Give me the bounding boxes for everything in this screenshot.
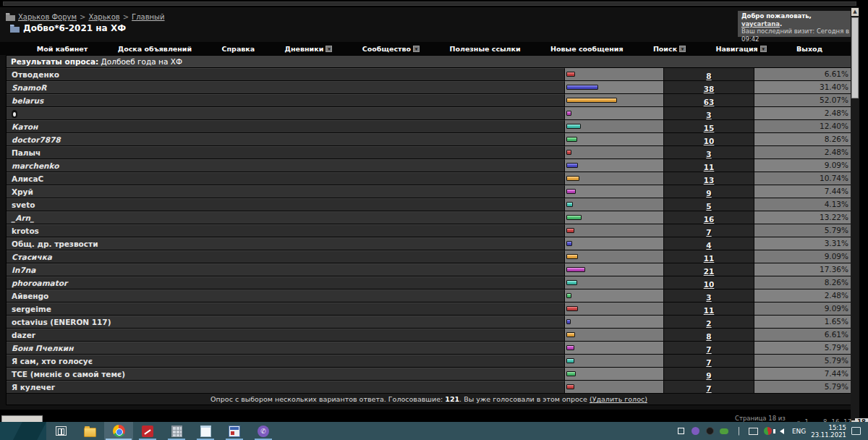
vertical-scrollbar[interactable]: ▲ ▼ [851, 7, 859, 429]
calculator-button[interactable] [162, 422, 191, 440]
poll-percentage: 52.07% [754, 94, 853, 107]
poll-votes-cell: 8 [664, 329, 754, 342]
votes-count-link[interactable]: 13 [704, 176, 715, 185]
poll-votes-cell: 4 [664, 237, 754, 250]
poll-percentage: 5.79% [754, 355, 853, 368]
poll-row: sveto 5 4.13% [7, 198, 851, 211]
volume-icon[interactable] [778, 426, 787, 436]
votes-count-link[interactable]: 3 [706, 293, 711, 302]
task-view-button[interactable] [46, 422, 75, 440]
viber-button[interactable]: ✆ [249, 422, 278, 440]
poll-votes-cell: 21 [664, 263, 754, 276]
start-button[interactable] [0, 422, 46, 440]
votes-count-link[interactable]: 4 [706, 241, 711, 250]
calculator-icon [171, 426, 182, 437]
tray-battery-saver-icon[interactable] [720, 426, 729, 436]
breadcrumb-separator: > [123, 13, 129, 21]
votes-count-link[interactable]: 3 [706, 150, 711, 158]
poll-rows: Отводенко 8 6.61% SnamoR 38 31.40% belar… [7, 68, 851, 394]
votes-count-link[interactable]: 11 [704, 163, 715, 172]
poll-option-name: marchenko [7, 159, 565, 172]
poll-votes-cell: 15 [664, 120, 754, 133]
poll-votes-cell: 5 [664, 198, 754, 211]
poll-header-label: Результаты опроса: [11, 57, 98, 66]
scrollbar-up-arrow[interactable]: ▲ [851, 8, 859, 16]
poll-result-bar [566, 98, 617, 103]
chrome-button[interactable] [104, 422, 133, 440]
votes-count-link[interactable]: 38 [704, 85, 715, 93]
notepad-button[interactable] [191, 422, 220, 440]
tray-usb-icon[interactable] [734, 426, 744, 436]
poll-percentage: 17.36% [754, 263, 853, 276]
pdf-editor-button[interactable] [133, 422, 162, 440]
nav-item-2[interactable]: Справка [222, 45, 255, 53]
votes-count-link[interactable]: 5 [706, 202, 711, 211]
poll-bar-cell [565, 81, 664, 94]
poll-option-name: sveto [7, 198, 565, 211]
poll-votes-cell: 16 [664, 211, 754, 224]
votes-count-link[interactable]: 21 [704, 267, 715, 276]
poll-votes-cell: 7 [664, 381, 754, 394]
tray-agent-icon[interactable] [705, 426, 715, 436]
nav-item-5[interactable]: Полезные ссылки [449, 45, 520, 53]
votes-count-link[interactable]: 7 [706, 228, 711, 237]
breadcrumb-separator: > [80, 13, 85, 21]
nav-item-label: Полезные ссылки [449, 45, 520, 53]
votes-count-link[interactable]: 2 [706, 319, 711, 328]
votes-count-link[interactable]: 9 [706, 371, 711, 380]
language-indicator[interactable]: ENG [792, 428, 806, 435]
poll-option-name: SnamoR [7, 81, 565, 94]
poll-row: Катон 15 12.40% [7, 120, 851, 133]
votes-count-link[interactable]: 7 [706, 345, 711, 354]
breadcrumb-link-section[interactable]: Главный [132, 13, 164, 21]
votes-count-link[interactable]: 15 [704, 124, 715, 132]
votes-count-link[interactable]: 11 [704, 254, 715, 263]
nav-item-0[interactable]: Мой кабинет [37, 45, 88, 53]
poll-option-name: ТСЕ (мнєніє о самой темє) [7, 368, 565, 381]
poll-row: doctor7878 10 8.26% [7, 133, 851, 146]
tray-antivirus-icon[interactable] [763, 426, 773, 436]
nav-item-3[interactable]: Дневники▾ [285, 45, 333, 53]
votes-count-link[interactable]: 10 [704, 137, 715, 145]
votes-count-link[interactable]: 16 [704, 215, 715, 224]
poll-footer-text2: . Вы уже голосовали в этом опросе [459, 395, 590, 403]
votes-count-link[interactable]: 10 [704, 280, 715, 289]
votes-count-link[interactable]: 8 [706, 332, 711, 341]
poll-bar-cell [565, 237, 664, 250]
taskbar: ✆ ENG 15:15 23.11.2021 [0, 422, 868, 440]
votes-count-link[interactable]: 7 [706, 358, 711, 367]
breadcrumb: Харьков Форум > Харьков > Главный [6, 13, 165, 21]
breadcrumb-link-forum[interactable]: Харьков Форум [18, 13, 77, 21]
nav-item-6[interactable]: Новые сообщения [550, 45, 623, 53]
1c-app-button[interactable] [220, 422, 249, 440]
username-link[interactable]: vaycartana [741, 20, 780, 28]
clock[interactable]: 15:15 23.11.2021 [811, 424, 846, 439]
breadcrumb-link-city[interactable]: Харьков [88, 13, 119, 21]
nav-item-1[interactable]: Доска объявлений [118, 45, 192, 53]
nav-item-7[interactable]: Поиск▾ [653, 45, 686, 53]
votes-count-link[interactable]: 9 [706, 189, 711, 198]
tray-viber-icon[interactable] [691, 426, 700, 436]
welcome-box: Добро пожаловать, vaycartana. Ваш послед… [738, 11, 856, 37]
votes-count-link[interactable]: 8 [706, 72, 711, 80]
votes-count-link[interactable]: 11 [704, 306, 715, 315]
nav-item-4[interactable]: Сообщество▾ [362, 45, 420, 53]
nav-item-9[interactable]: Выход [796, 45, 822, 53]
poll-percentage: 9.09% [754, 302, 853, 316]
tray-network-icon[interactable] [749, 426, 758, 436]
tray-expand-icon[interactable] [676, 426, 686, 436]
poll-percentage: 12.40% [754, 120, 853, 133]
file-explorer-button[interactable] [75, 422, 104, 440]
votes-count-link[interactable]: 63 [704, 98, 715, 106]
notification-center-icon[interactable] [851, 427, 861, 435]
delete-vote-link[interactable]: (Удалить голос) [590, 395, 647, 403]
poll-result-bar [566, 371, 576, 376]
poll-result-bar [566, 319, 571, 324]
poll-result-bar [566, 124, 581, 129]
dropdown-arrow-icon: ▾ [679, 46, 686, 52]
scrollbar-thumb[interactable] [851, 17, 859, 98]
votes-count-link[interactable]: 7 [706, 384, 711, 393]
votes-count-link[interactable]: 3 [706, 111, 711, 119]
nav-item-8[interactable]: Навигация▾ [716, 45, 767, 53]
greeting-text: Добро пожаловать, [741, 12, 812, 20]
